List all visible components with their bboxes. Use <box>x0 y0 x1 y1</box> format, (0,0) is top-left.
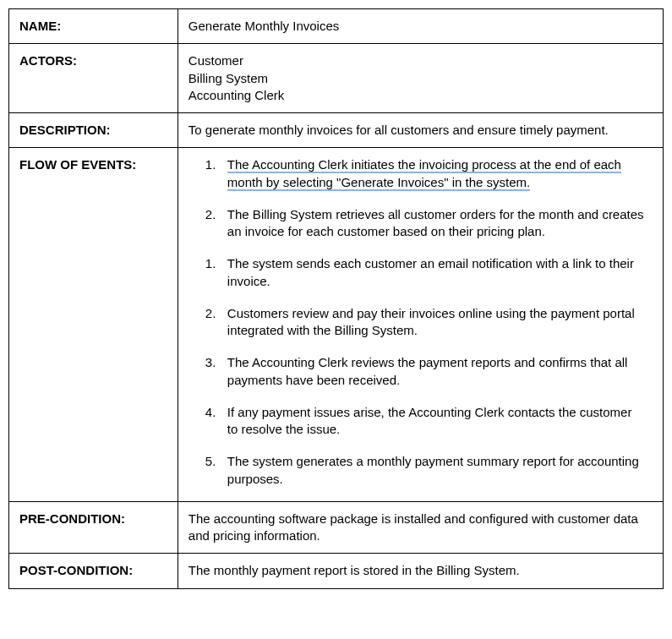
flow-item: 4.If any payment issues arise, the Accou… <box>205 404 653 439</box>
flow-item-text: The Accounting Clerk initiates the invoi… <box>227 156 644 191</box>
row-name: NAME: Generate Monthly Invoices <box>9 9 664 44</box>
flow-item-number: 1. <box>205 255 227 290</box>
highlighted-text: The Accounting Clerk initiates the invoi… <box>227 157 621 190</box>
actor-item: Billing System <box>188 70 653 87</box>
actor-item: Customer <box>188 52 653 69</box>
flow-item-text: The system generates a monthly payment s… <box>227 453 644 488</box>
flow-item-number: 2. <box>205 206 227 241</box>
flow-item-number: 2. <box>205 305 227 340</box>
row-precondition: PRE-CONDITION: The accounting software p… <box>9 501 664 554</box>
label-name: NAME: <box>9 9 178 44</box>
value-actors: Customer Billing System Accounting Clerk <box>178 44 663 113</box>
value-postcondition: The monthly payment report is stored in … <box>178 554 663 588</box>
value-description: To generate monthly invoices for all cus… <box>178 113 663 148</box>
actor-item: Accounting Clerk <box>188 87 653 104</box>
row-postcondition: POST-CONDITION: The monthly payment repo… <box>9 554 664 588</box>
label-postcondition: POST-CONDITION: <box>9 554 178 588</box>
flow-item-text: The Billing System retrieves all custome… <box>227 206 644 241</box>
label-flow: FLOW OF EVENTS: <box>9 148 178 502</box>
flow-item-text: Customers review and pay their invoices … <box>227 305 644 340</box>
flow-item: 1.The Accounting Clerk initiates the inv… <box>205 156 653 191</box>
row-description: DESCRIPTION: To generate monthly invoice… <box>9 113 664 148</box>
label-precondition: PRE-CONDITION: <box>9 501 178 554</box>
label-description: DESCRIPTION: <box>9 113 178 148</box>
value-flow: 1.The Accounting Clerk initiates the inv… <box>178 148 663 502</box>
row-flow: FLOW OF EVENTS: 1.The Accounting Clerk i… <box>9 148 664 502</box>
flow-item-number: 4. <box>205 404 227 439</box>
flow-item: 2.Customers review and pay their invoice… <box>205 305 653 340</box>
value-precondition: The accounting software package is insta… <box>178 501 663 554</box>
flow-item: 5.The system generates a monthly payment… <box>205 453 653 488</box>
flow-item: 2.The Billing System retrieves all custo… <box>205 206 653 241</box>
row-actors: ACTORS: Customer Billing System Accounti… <box>9 44 664 113</box>
flow-item-text: The system sends each customer an email … <box>227 255 644 290</box>
label-actors: ACTORS: <box>9 44 178 113</box>
flow-item-number: 3. <box>205 354 227 389</box>
flow-item: 1.The system sends each customer an emai… <box>205 255 653 290</box>
usecase-table: NAME: Generate Monthly Invoices ACTORS: … <box>8 8 664 589</box>
flow-list: 1.The Accounting Clerk initiates the inv… <box>188 156 653 488</box>
value-name: Generate Monthly Invoices <box>178 9 663 44</box>
flow-item-number: 1. <box>205 156 227 191</box>
flow-item-text: The Accounting Clerk reviews the payment… <box>227 354 644 389</box>
flow-item-text: If any payment issues arise, the Account… <box>227 404 644 439</box>
flow-item: 3.The Accounting Clerk reviews the payme… <box>205 354 653 389</box>
flow-item-number: 5. <box>205 453 227 488</box>
